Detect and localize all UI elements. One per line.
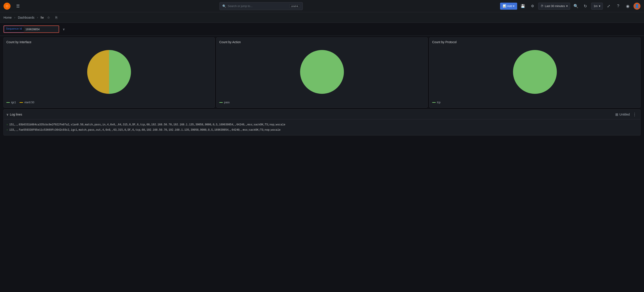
save-dashboard-button[interactable]: 💾 <box>519 2 527 10</box>
breadcrumb-sep-2: › <box>37 16 38 19</box>
dots-icon: ⋮ <box>632 112 636 117</box>
grafana-logo[interactable]: ⬡ <box>4 3 10 10</box>
log-section-header[interactable]: ∨ Log lines ⊞ Untitled ⋮ <box>4 110 640 119</box>
sequence-id-input[interactable] <box>24 26 59 33</box>
star-button[interactable]: ☆ <box>46 15 52 21</box>
legend-item-tcp: tcp <box>432 101 440 104</box>
add-label: Add <box>507 5 512 8</box>
save-icon: 💾 <box>521 4 525 8</box>
add-icon: 📊 <box>503 5 506 8</box>
nav-left: ⬡ ☰ <box>4 2 22 10</box>
log-section: ∨ Log lines ⊞ Untitled ⋮ › 151,,,03b6331… <box>4 109 640 135</box>
log-arrow-1: › <box>6 123 8 127</box>
pie-container-interface <box>6 46 212 98</box>
breadcrumb-sep-1: › <box>14 16 15 19</box>
breadcrumb-current: fw <box>41 16 44 19</box>
variable-row-collapse[interactable]: ∨ <box>61 27 66 32</box>
settings-icon: ⚙ <box>531 4 534 8</box>
variable-row: Sequence Id ∨ <box>0 23 644 36</box>
svg-text:⬡: ⬡ <box>6 5 8 8</box>
legend-label-vlan: vlan0.50 <box>24 101 34 104</box>
breadcrumb-bar: Home › Dashboards › fw ☆ ⎘ <box>0 12 644 23</box>
pie-chart-protocol <box>511 48 559 96</box>
nav-center: 🔍 Search or jump to... cmd+k <box>22 2 500 10</box>
legend-color-pass <box>219 102 223 103</box>
svg-point-3 <box>513 50 557 94</box>
legend-label-tcp: tcp <box>437 101 440 104</box>
interval-chevron-icon: ▾ <box>599 5 600 8</box>
menu-icon: ☰ <box>16 4 20 9</box>
refresh-icon: ↻ <box>584 4 587 9</box>
top-navbar: ⬡ ☰ 🔍 Search or jump to... cmd+k 📊 Add ▾… <box>0 0 644 12</box>
legend-item-pass: pass <box>219 101 230 104</box>
time-chevron-icon: ▾ <box>566 5 568 8</box>
nav-right: 📊 Add ▾ 💾 ⚙ ⏱ Last 30 minutes ▾ 🔍 ↻ 1m ▾… <box>500 2 640 10</box>
rss-button[interactable]: ◉ <box>624 2 632 10</box>
move-icon: ⊞ <box>615 112 618 117</box>
log-line-2: › 133,,,fae559338f65e11c53669fc3642c93c2… <box>6 127 638 133</box>
refresh-interval-button[interactable]: 1m ▾ <box>591 3 603 10</box>
panel-title-protocol: Count by Protocol <box>432 40 638 44</box>
pie-container-protocol <box>432 46 638 98</box>
pie-chart-interface <box>85 48 133 96</box>
panel-count-by-action: Count by Action pass <box>216 38 428 108</box>
panel-count-by-protocol: Count by Protocol tcp <box>429 38 640 108</box>
expand-button[interactable]: ⤢ <box>604 2 612 10</box>
pie-container-action <box>219 46 425 98</box>
log-section-title-label: Log lines <box>10 113 22 116</box>
menu-button[interactable]: ☰ <box>14 2 22 10</box>
log-text-2: 133,,,fae559338f65e11c53669fc3642c93c2,i… <box>9 128 280 132</box>
untitled-label: ⊞ Untitled <box>615 112 630 117</box>
refresh-button[interactable]: ↻ <box>582 2 590 10</box>
sequence-id-label: Sequence Id <box>4 26 24 33</box>
legend-protocol: tcp <box>432 100 638 105</box>
time-range-button[interactable]: ⏱ Last 30 minutes ▾ <box>538 3 570 10</box>
pie-chart-action <box>298 48 346 96</box>
refresh-interval-label: 1m <box>594 5 598 8</box>
help-icon: ? <box>617 4 619 8</box>
log-content: › 151,,,03b6331b884ca335cbc0e2f022fe07a2… <box>4 119 640 135</box>
log-section-title-container: ∨ Log lines <box>6 113 22 116</box>
zoom-out-button[interactable]: 🔍 <box>572 2 580 10</box>
panel-title-action: Count by Action <box>219 40 425 44</box>
star-icon: ☆ <box>47 16 50 20</box>
legend-item-igc1: igc1 <box>6 101 16 104</box>
log-line-1: › 151,,,03b6331b884ca335cbc0e2f022fe07a2… <box>6 122 638 127</box>
expand-icon: ⤢ <box>607 4 610 9</box>
search-placeholder: Search or jump to... <box>228 5 252 8</box>
breadcrumb-dashboards[interactable]: Dashboards <box>18 16 34 19</box>
panels-grid: Count by Interface igc1 vl <box>4 38 640 108</box>
share-button[interactable]: ⎘ <box>54 15 60 21</box>
help-button[interactable]: ? <box>614 2 622 10</box>
clock-icon: ⏱ <box>540 5 544 8</box>
legend-color-igc1 <box>6 102 10 103</box>
legend-label-pass: pass <box>224 101 230 104</box>
search-icon: 🔍 <box>222 5 226 8</box>
legend-color-vlan <box>20 102 23 103</box>
legend-interface: igc1 vlan0.50 <box>6 100 212 105</box>
add-chevron-icon: ▾ <box>513 5 514 8</box>
share-icon: ⎘ <box>56 16 58 19</box>
log-text-1: 151,,,03b6331b884ca335cbc0e2f022fe07a2,v… <box>9 123 285 127</box>
search-shortcut: cmd+k <box>290 5 300 8</box>
legend-item-vlan: vlan0.50 <box>20 101 34 104</box>
search-bar[interactable]: 🔍 Search or jump to... cmd+k <box>220 2 303 10</box>
untitled-text: Untitled <box>620 113 630 116</box>
log-collapse-icon: ∨ <box>6 113 8 116</box>
log-menu-button[interactable]: ⋮ <box>632 111 638 118</box>
panel-title-interface: Count by Interface <box>6 40 212 44</box>
svg-point-2 <box>300 50 344 94</box>
dashboard-content: Count by Interface igc1 vl <box>0 36 644 137</box>
breadcrumb-home[interactable]: Home <box>4 16 12 19</box>
panel-count-by-interface: Count by Interface igc1 vl <box>4 38 215 108</box>
add-button[interactable]: 📊 Add ▾ <box>500 3 517 10</box>
log-section-actions: ⊞ Untitled ⋮ <box>615 111 638 118</box>
user-avatar[interactable]: 👤 <box>634 3 640 10</box>
time-range-label: Last 30 minutes <box>545 5 565 8</box>
legend-label-igc1: igc1 <box>11 101 16 104</box>
rss-icon: ◉ <box>626 4 630 9</box>
legend-action: pass <box>219 100 425 105</box>
collapse-icon: ∨ <box>63 28 65 31</box>
settings-button[interactable]: ⚙ <box>528 2 536 10</box>
zoom-out-icon: 🔍 <box>574 4 578 9</box>
